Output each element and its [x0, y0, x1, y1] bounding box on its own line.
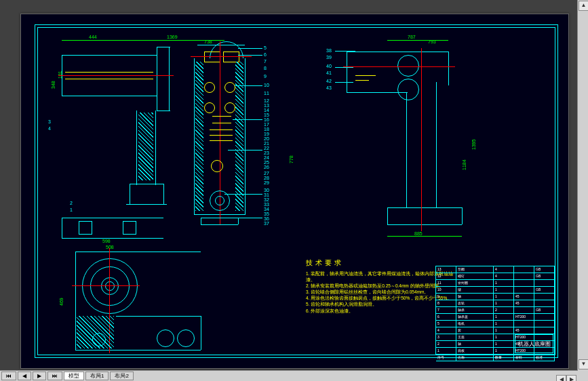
drawing-canvas[interactable]: 444 1369 738 787 793 348 181 3 4 2 1 [20, 14, 569, 369]
leader [238, 55, 262, 56]
dim-738: 738 [204, 39, 212, 44]
tab-nav-first[interactable]: ⏮ [1, 372, 16, 380]
leader [233, 119, 262, 120]
scroll-down-icon[interactable]: ▼ [579, 359, 588, 369]
dim-line [387, 236, 462, 237]
callout-4: 4 [48, 126, 51, 131]
scroll-up-icon[interactable]: ▲ [579, 1, 588, 11]
dim-348: 348 [51, 81, 56, 89]
leader [235, 85, 262, 86]
layout-tabs: ⏮ ◀ ▶ ⏭ 模型 布局1 布局2 [1, 372, 134, 380]
scroll-corner [578, 371, 588, 381]
scroll-left-icon[interactable]: ◀ [556, 375, 566, 381]
dim-1184: 1184 [462, 159, 467, 170]
leader [238, 48, 262, 49]
scroll-right-icon[interactable]: ▶ [566, 375, 576, 381]
dim-885: 885 [414, 231, 423, 236]
tab-model[interactable]: 模型 [64, 372, 84, 380]
dim-778: 778 [289, 155, 294, 163]
leader [228, 150, 262, 151]
tab-layout2[interactable]: 布局2 [110, 372, 133, 380]
leader [221, 218, 262, 218]
dim-line [387, 40, 448, 41]
dim-1369: 1369 [167, 35, 178, 39]
dim-598: 598 [102, 239, 111, 243]
scrollbar-vertical[interactable]: ▲ ▼ [577, 0, 588, 371]
callout-1-left: 1 [70, 207, 73, 212]
tab-nav-next[interactable]: ▶ [33, 372, 46, 380]
tab-layout1[interactable]: 布局1 [85, 372, 109, 380]
callout-3: 3 [48, 119, 51, 124]
leader [224, 194, 262, 195]
dim-444: 444 [89, 35, 97, 39]
scrollbar-horizontal[interactable]: ⏮ ◀ ▶ ⏭ 模型 布局1 布局2 ▶ ◀ [0, 370, 578, 381]
tab-nav-prev[interactable]: ◀ [18, 372, 31, 380]
dim-line [62, 40, 130, 41]
drawing-name: 机器人底座图 [515, 334, 553, 353]
tab-nav-last[interactable]: ⏭ [47, 372, 62, 380]
dim-1395: 1395 [471, 139, 476, 150]
dim-787: 787 [408, 35, 416, 39]
callout-2: 2 [70, 201, 73, 205]
dim-469: 469 [59, 298, 64, 306]
dim-793: 793 [428, 39, 436, 44]
